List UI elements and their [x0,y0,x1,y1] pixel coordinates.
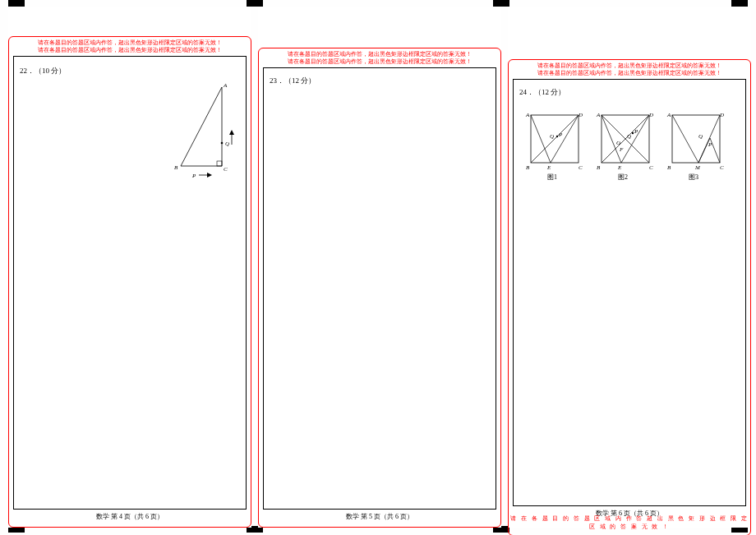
svg-text:C: C [579,164,583,171]
crop-marker [247,0,263,7]
crop-marker [8,0,25,7]
answer-column-2: 请在各题目的答题区域内作答，超出黑色矩形边框限定区域的答案无效！ 请在各题目的答… [258,7,501,528]
svg-text:图2: 图2 [618,173,628,181]
warning-line-1: 请在各题目的答题区域内作答，超出黑色矩形边框限定区域的答案无效！ [288,51,472,58]
svg-text:P: P [708,141,712,148]
warning-line-1: 请在各题目的答题区域内作答，超出黑色矩形边框限定区域的答案无效！ [38,39,222,46]
square-figure-1: A D B C E P Q 图1 [523,108,592,184]
svg-rect-3 [217,161,222,166]
svg-text:A: A [666,112,671,118]
svg-text:P: P [558,131,563,138]
svg-rect-43 [672,115,720,163]
svg-point-37 [632,132,634,134]
page-footer-4: 数学 第 4 页（共 6 页） [8,512,251,521]
answer-column-3: 请在各题目的答题区域内作答，超出黑色矩形边框限定区域的答案无效！ 请在各题目的答… [508,7,751,528]
warning-top: 请在各题目的答题区域内作答，超出黑色矩形边框限定区域的答案无效！ 请在各题目的答… [258,51,501,66]
svg-text:E: E [546,164,551,171]
svg-line-35 [602,115,621,163]
svg-text:B: B [667,164,671,171]
svg-line-1 [181,87,222,166]
svg-text:A: A [596,112,601,118]
svg-text:图3: 图3 [689,173,698,181]
svg-marker-13 [207,173,212,178]
svg-text:Q: Q [550,133,554,140]
svg-text:Q: Q [698,133,703,140]
svg-text:C: C [649,164,653,171]
svg-text:图1: 图1 [547,173,557,181]
crop-marker [731,0,748,7]
page-footer-5: 数学 第 5 页（共 6 页） [258,512,501,521]
svg-line-49 [672,115,698,163]
svg-text:A: A [525,112,530,118]
svg-text:O: O [616,140,620,146]
question-header-24: 24．（12 分） [519,87,565,98]
warning-top: 请在各题目的答题区域内作答，超出黑色矩形边框限定区域的答案无效！ 请在各题目的答… [508,62,751,77]
svg-text:E: E [617,164,622,171]
square-figure-2: A D B C E P O F Q 图2 [593,108,662,184]
svg-text:M: M [694,164,701,171]
question-header-23: 23．（12 分） [270,76,316,86]
svg-text:C: C [720,164,724,171]
warning-top: 请在各题目的答题区域内作答，超出黑色矩形边框限定区域的答案无效！ 请在各题目的答… [8,39,251,54]
svg-marker-10 [229,130,234,135]
warning-line-2: 请在各题目的答题区域内作答，超出黑色矩形边框限定区域的答案无效！ [537,70,721,76]
svg-point-7 [221,142,224,145]
svg-text:Q: Q [225,141,229,147]
square-figure-3: A D B C M P Q 图3 [664,108,733,184]
black-border [263,67,496,510]
svg-text:B: B [597,164,601,171]
svg-text:F: F [619,146,624,153]
svg-text:P: P [634,128,638,135]
triangle-figure: A B C Q P [173,81,242,179]
warning-line-1: 请在各题目的答题区域内作答，超出黑色矩形边框限定区域的答案无效！ [537,62,721,69]
answer-column-1: 请在各题目的答题区域内作答，超出黑色矩形边框限定区域的答案无效！ 请在各题目的答… [8,7,251,528]
svg-text:Q: Q [627,133,631,140]
svg-text:B: B [526,164,530,171]
question-header-22: 22．（10 分） [20,66,66,76]
svg-text:P: P [191,173,196,179]
svg-text:C: C [224,166,228,173]
svg-text:B: B [174,164,178,171]
svg-text:A: A [223,82,228,89]
crop-marker [493,0,509,7]
svg-point-23 [556,136,558,137]
warning-line-2: 请在各题目的答题区域内作答，超出黑色矩形边框限定区域的答案无效！ [288,58,472,65]
warning-bottom: 请 在 各 题 目 的 答 题 区 域 内 作 答 超 出 黑 色 矩 形 边 … [508,514,751,531]
svg-line-20 [531,115,551,163]
warning-line-2: 请在各题目的答题区域内作答，超出黑色矩形边框限定区域的答案无效！ [38,47,222,53]
